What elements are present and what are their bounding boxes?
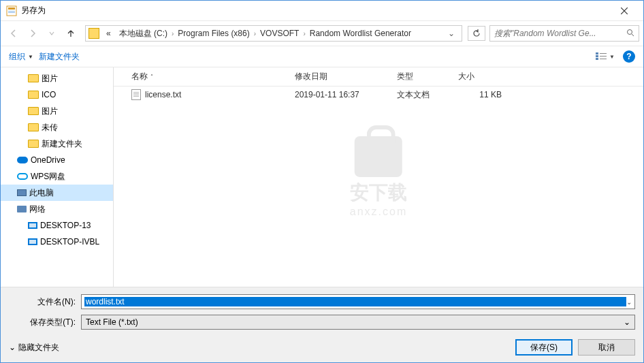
svg-rect-2	[8, 11, 15, 12]
close-button[interactable]	[611, 1, 638, 20]
column-size[interactable]: 大小	[453, 71, 507, 82]
tree-item-label: 图片	[42, 106, 58, 117]
breadcrumb-item[interactable]: VOVSOFT	[256, 29, 303, 38]
save-dialog-icon	[6, 5, 17, 16]
file-list-panel: 名称˄ 修改日期 类型 大小 license.txt2019-01-11 16:…	[114, 67, 643, 287]
folder-icon	[28, 107, 39, 115]
file-date: 2019-01-11 16:37	[289, 90, 391, 99]
tree-item[interactable]: 网络	[1, 201, 113, 217]
nav-back-button[interactable]	[5, 25, 22, 42]
list-view-icon	[596, 52, 608, 61]
column-headers: 名称˄ 修改日期 类型 大小	[114, 67, 643, 86]
breadcrumb-dropdown[interactable]: ⌄	[444, 29, 459, 38]
cancel-button[interactable]: 取消	[578, 339, 635, 356]
tree-item[interactable]: 新建文件夹	[1, 136, 113, 152]
text-file-icon	[131, 89, 141, 100]
search-input[interactable]	[494, 29, 624, 38]
mon-icon	[28, 238, 37, 245]
breadcrumb-prefix: «	[102, 29, 115, 38]
sort-asc-icon: ˄	[150, 74, 153, 80]
organize-menu[interactable]: 组织▼	[9, 51, 33, 63]
filename-input[interactable]	[84, 297, 626, 306]
breadcrumb-item[interactable]: 本地磁盘 (C:)	[115, 28, 172, 40]
tree-item[interactable]: 图片	[1, 103, 113, 119]
drive-icon	[88, 28, 99, 39]
new-folder-button[interactable]: 新建文件夹	[39, 51, 80, 63]
breadcrumb-item[interactable]: Program Files (x86)	[174, 29, 253, 38]
nav-forward-button[interactable]	[24, 25, 42, 42]
svg-rect-9	[600, 56, 607, 57]
column-type[interactable]: 类型	[391, 71, 453, 82]
tree-item[interactable]: 此电脑	[1, 185, 113, 201]
main-area: 图片ICO图片未传新建文件夹OneDriveWPS网盘此电脑网络DESKTOP-…	[1, 67, 643, 287]
folder-icon	[28, 140, 39, 148]
navbar: « 本地磁盘 (C:) › Program Files (x86) › VOVS…	[1, 21, 643, 46]
breadcrumb-item[interactable]: Random Wordlist Generator	[306, 29, 415, 38]
svg-point-4	[628, 29, 632, 34]
mon-icon	[28, 222, 37, 229]
tree-item[interactable]: WPS网盘	[1, 168, 113, 185]
help-button[interactable]: ?	[623, 50, 635, 63]
folder-icon	[28, 74, 39, 82]
tree-item-label: ICO	[42, 90, 56, 99]
tree-item[interactable]: 未传	[1, 119, 113, 136]
tree-item-label: 此电脑	[29, 187, 54, 199]
svg-rect-1	[8, 7, 15, 10]
breadcrumb[interactable]: « 本地磁盘 (C:) › Program Files (x86) › VOVS…	[85, 25, 462, 42]
svg-rect-5	[596, 52, 598, 54]
nav-up-button[interactable]	[62, 25, 80, 42]
bottom-panel: 文件名(N): ⌄ 保存类型(T): Text File (*.txt) ⌄ ⌄…	[1, 287, 643, 362]
svg-rect-6	[596, 55, 598, 57]
view-options-button[interactable]: ▼	[596, 52, 615, 61]
tree-item[interactable]: DESKTOP-13	[1, 217, 113, 234]
file-size: 11 KB	[453, 90, 507, 99]
svg-rect-10	[600, 59, 607, 59]
tree-item[interactable]: ICO	[1, 86, 113, 103]
refresh-button[interactable]	[468, 26, 485, 41]
pc-icon	[17, 189, 27, 196]
tree-item-label: DESKTOP-13	[40, 221, 91, 230]
tree-item-label: WPS网盘	[31, 171, 65, 183]
svg-rect-8	[600, 53, 607, 54]
toolbar: 组织▼ 新建文件夹 ▼ ?	[1, 46, 643, 67]
tree-item-label: 网络	[29, 204, 46, 215]
search-icon	[626, 29, 634, 39]
file-type: 文本文档	[391, 89, 453, 101]
tree-item-label: 图片	[42, 73, 58, 84]
column-name[interactable]: 名称˄	[126, 71, 289, 82]
svg-rect-3	[8, 12, 15, 13]
filetype-label: 保存类型(T):	[9, 317, 81, 328]
search-box[interactable]	[489, 25, 639, 42]
wps-icon	[17, 173, 28, 180]
tree-item-label: 未传	[42, 122, 58, 133]
close-icon	[621, 7, 628, 14]
save-button[interactable]: 保存(S)	[515, 339, 573, 356]
chevron-down-icon: ⌄	[9, 343, 16, 352]
filetype-select[interactable]: Text File (*.txt) ⌄	[81, 315, 635, 330]
filename-label: 文件名(N):	[9, 296, 81, 308]
tree-item-label: DESKTOP-IVBL	[40, 237, 99, 247]
sidebar: 图片ICO图片未传新建文件夹OneDriveWPS网盘此电脑网络DESKTOP-…	[1, 67, 114, 287]
filename-field[interactable]: ⌄	[81, 294, 635, 309]
filetype-value: Text File (*.txt)	[86, 317, 138, 327]
net-icon	[17, 206, 27, 212]
column-date[interactable]: 修改日期	[289, 71, 391, 82]
tree-item-label: OneDrive	[31, 155, 65, 165]
tree-item[interactable]: 图片	[1, 70, 113, 86]
file-row[interactable]: license.txt2019-01-11 16:37文本文档11 KB	[114, 86, 643, 103]
filename-dropdown[interactable]: ⌄	[626, 298, 632, 306]
tree-item-label: 新建文件夹	[42, 138, 82, 150]
titlebar: 另存为	[1, 1, 643, 21]
folder-icon	[28, 91, 39, 99]
window-title: 另存为	[21, 5, 611, 16]
watermark: 安下载 anxz.com	[350, 136, 407, 218]
hide-folders-toggle[interactable]: ⌄隐藏文件夹	[9, 342, 59, 353]
file-name: license.txt	[145, 90, 181, 99]
nav-recent-dropdown[interactable]	[43, 25, 61, 42]
tree-item[interactable]: DESKTOP-IVBL	[1, 234, 113, 250]
svg-rect-7	[596, 58, 598, 60]
tree-item[interactable]: OneDrive	[1, 152, 113, 168]
onedrive-icon	[17, 157, 28, 163]
chevron-down-icon: ⌄	[624, 317, 630, 327]
folder-icon	[28, 123, 39, 131]
